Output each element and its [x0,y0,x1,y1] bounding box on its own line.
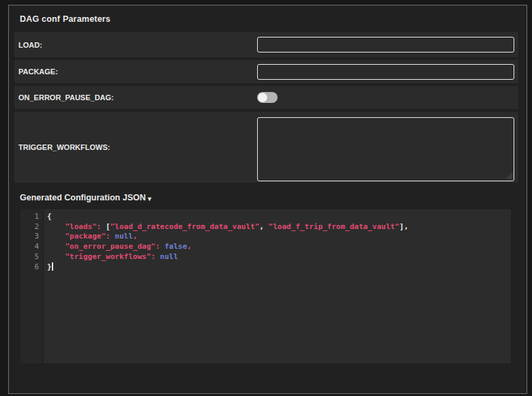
editor-code[interactable]: { "loads": ["load_d_ratecode_from_data_v… [44,209,511,363]
json-code-editor[interactable]: 123456 { "loads": ["load_d_ratecode_from… [20,209,511,363]
panel-title: DAG conf Parameters [9,5,527,32]
load-label: LOAD: [18,41,257,49]
code-line: "package": null, [47,232,511,242]
code-token: : [106,232,110,241]
load-input[interactable] [257,37,514,52]
toggle-knob-icon [258,93,267,102]
resize-grip-icon[interactable] [505,172,513,179]
generated-json-header[interactable]: Generated Configuration JSON ▾ [20,193,151,202]
line-number: 5 [20,252,43,262]
dag-conf-form: LOAD: PACKAGE: ON_ERROR_PAUSE_DAG: TRIGG… [14,32,518,183]
package-input[interactable] [257,64,514,80]
line-number: 3 [20,232,43,242]
trigger-workflows-textarea[interactable] [257,117,514,181]
code-token: : [156,242,160,251]
code-token: [ [106,222,110,231]
code-line: "trigger_workflows": null [47,252,511,262]
editor-gutter: 123456 [20,209,44,363]
code-token: "load_d_ratecode_from_data_vault" [110,222,260,231]
code-token [47,222,65,231]
trigger-workflows-control [257,117,514,181]
code-token: "on_error_pause_dag" [65,242,156,251]
code-token: : [151,252,156,261]
code-token: , [133,232,138,241]
code-token: "load_f_trip_from_data_vault" [269,222,400,231]
generated-json-title: Generated Configuration JSON [20,193,146,202]
code-token: null [160,252,179,261]
form-row-package: PACKAGE: [14,59,518,83]
code-token: false [164,242,187,251]
trigger-workflows-label: TRIGGER_WORKFLOWS: [18,143,257,151]
load-control [257,37,514,52]
code-token [47,242,65,251]
code-token: , [404,222,409,231]
on-error-pause-dag-control [257,92,514,103]
code-line: "on_error_pause_dag": false, [47,242,511,252]
dag-conf-panel: DAG conf Parameters LOAD: PACKAGE: ON_ER… [8,5,527,394]
form-row-trigger-workflows: TRIGGER_WORKFLOWS: [14,111,518,183]
code-token: , [187,242,192,251]
line-number: 6 [20,262,43,273]
package-control [257,64,514,80]
code-line: } [47,262,511,273]
code-line: { [47,212,511,222]
line-number: 4 [20,242,43,252]
text-cursor [52,262,53,271]
code-token: { [47,212,52,221]
form-row-on-error-pause-dag: ON_ERROR_PAUSE_DAG: [14,85,518,109]
code-token [47,232,65,241]
form-row-load: LOAD: [14,32,518,57]
code-token: "package" [65,232,106,241]
line-number: 2 [20,222,43,232]
code-token: } [47,262,52,271]
code-token [156,252,160,261]
code-token: null [115,232,133,241]
code-token: "trigger_workflows" [65,252,151,261]
chevron-down-icon: ▾ [148,195,151,202]
code-line: "loads": ["load_d_ratecode_from_data_vau… [47,222,511,232]
line-number: 1 [20,212,43,222]
package-label: PACKAGE: [18,67,257,76]
code-token [264,222,269,231]
on-error-pause-dag-toggle[interactable] [257,92,278,103]
on-error-pause-dag-label: ON_ERROR_PAUSE_DAG: [18,93,257,102]
code-token: , [259,222,264,231]
code-token [47,252,65,261]
code-token: "loads" [65,222,97,231]
